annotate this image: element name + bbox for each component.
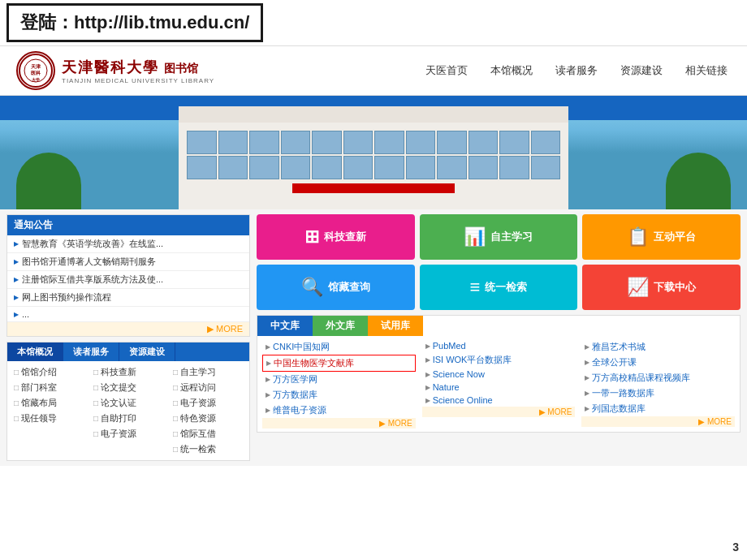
bl-item[interactable]: 科技查新 bbox=[90, 364, 166, 380]
icon-tile-下载中心[interactable]: 📈下载中心 bbox=[582, 265, 741, 310]
db-item[interactable]: CNKI中国知网 bbox=[262, 339, 416, 355]
tile-label: 自主学习 bbox=[490, 230, 533, 244]
db-item[interactable]: Nature bbox=[422, 381, 576, 394]
nav-item[interactable]: 本馆概况 bbox=[487, 62, 536, 80]
bl-item[interactable]: 馆际互借 bbox=[170, 426, 246, 442]
notice-header: 通知公告 bbox=[7, 215, 249, 235]
icon-grid: ⊞科技查新📊自主学习📋互动平台🔍馆藏查询≡统一检索📈下载中心 bbox=[257, 214, 741, 310]
building bbox=[179, 120, 568, 209]
db-more[interactable]: ▶ MORE bbox=[262, 418, 416, 429]
bl-item[interactable]: 自主学习 bbox=[170, 364, 246, 380]
db-more[interactable]: ▶ MORE bbox=[581, 416, 735, 427]
icon-tile-互动平台[interactable]: 📋互动平台 bbox=[582, 214, 741, 260]
db-item[interactable]: PubMed bbox=[422, 339, 576, 352]
header: 天津 医科 大学 天津醫科大學 图书馆 TIANJIN MEDICAL UNIV… bbox=[0, 45, 747, 96]
bottom-tab-1[interactable]: 读者服务 bbox=[63, 342, 119, 361]
logo-lib: 图书馆 bbox=[164, 62, 198, 76]
db-item[interactable]: 一带一路数据库 bbox=[581, 386, 735, 401]
tile-icon: 📈 bbox=[627, 277, 649, 298]
bl-item[interactable]: 论文提交 bbox=[90, 380, 166, 395]
logo-area: 天津 医科 大学 天津醫科大學 图书馆 TIANJIN MEDICAL UNIV… bbox=[16, 51, 214, 90]
db-more[interactable]: ▶ MORE bbox=[422, 407, 576, 417]
icon-tile-馆藏查询[interactable]: 🔍馆藏查询 bbox=[257, 265, 415, 310]
tile-icon: ≡ bbox=[470, 277, 481, 298]
page-number: 3 bbox=[732, 541, 739, 554]
bottom-tabs: 本馆概况读者服务资源建设 bbox=[7, 342, 249, 361]
notice-items: 智慧教育《英语学统改善》在线监...图书馆开通博著人文畅销期刊服务注册馆际互借共… bbox=[7, 235, 249, 322]
bottom-tab-2[interactable]: 资源建设 bbox=[119, 342, 175, 361]
red-banner bbox=[292, 183, 455, 193]
icon-tile-科技查新[interactable]: ⊞科技查新 bbox=[257, 214, 415, 260]
db-item[interactable]: Science Now bbox=[422, 368, 576, 381]
bottom-content: 馆馆介绍部门科室馆藏布局现任领导 科技查新论文提交论文认证自助打印电子资源 自主… bbox=[7, 361, 249, 460]
db-tabs: 中文库外文库试用库 bbox=[257, 316, 740, 336]
bl-col-1: 馆馆介绍部门科室馆藏布局现任领导 bbox=[11, 364, 87, 457]
trees-right bbox=[666, 153, 731, 209]
trees-left bbox=[16, 153, 81, 209]
notice-item[interactable]: 注册馆际互借共享版系统方法及使... bbox=[7, 271, 249, 289]
bottom-tab-0[interactable]: 本馆概况 bbox=[7, 342, 63, 361]
nav-item[interactable]: 相关链接 bbox=[682, 62, 731, 80]
nav-links: 天医首页本馆概况读者服务资源建设相关链接 bbox=[422, 62, 731, 80]
bl-item[interactable]: 馆藏布局 bbox=[11, 395, 87, 411]
bl-item[interactable]: 馆馆介绍 bbox=[11, 364, 87, 380]
db-item[interactable]: ISI WOK平台数据库 bbox=[422, 352, 576, 368]
bl-item[interactable]: 部门科室 bbox=[11, 380, 87, 395]
notice-item[interactable]: 网上图书预约操作流程 bbox=[7, 289, 249, 307]
db-col-shi: 雅昌艺术书城全球公开课万方高校精品课程视频库一带一路数据库列国志数据库▶ MOR… bbox=[581, 339, 735, 429]
bl-col-3: 自主学习远程访问电子资源特色资源馆际互借统一检索 bbox=[170, 364, 246, 457]
tile-icon: 📋 bbox=[627, 226, 649, 248]
db-item[interactable]: 万方医学网 bbox=[262, 372, 416, 387]
db-item[interactable]: 列国志数据库 bbox=[581, 401, 735, 416]
nav-item[interactable]: 资源建设 bbox=[617, 62, 666, 80]
db-item[interactable]: 雅昌艺术书城 bbox=[581, 339, 735, 355]
nav-item[interactable]: 天医首页 bbox=[422, 62, 471, 80]
bottom-left-section: 本馆概况读者服务资源建设 馆馆介绍部门科室馆藏布局现任领导 科技查新论文提交论文… bbox=[6, 342, 250, 461]
db-section: 中文库外文库试用库 CNKI中国知网中国生物医学文献库万方医学网万方数据库维普电… bbox=[257, 315, 741, 433]
svg-text:大学: 大学 bbox=[31, 77, 40, 82]
notice-title: 通知公告 bbox=[14, 219, 53, 230]
db-col-cn: CNKI中国知网中国生物医学文献库万方医学网万方数据库维普电子资源▶ MORE bbox=[262, 339, 416, 429]
top-banner: 登陆：http://lib.tmu.edu.cn/ bbox=[6, 3, 263, 42]
notice-item[interactable]: ... bbox=[7, 307, 249, 322]
tile-icon: 📊 bbox=[464, 226, 486, 248]
bl-item[interactable]: 自助打印 bbox=[90, 411, 166, 426]
bl-item[interactable]: 统一检索 bbox=[170, 442, 246, 457]
db-col-wai: PubMedISI WOK平台数据库Science NowNatureScien… bbox=[422, 339, 576, 429]
left-panel: 通知公告 智慧教育《英语学统改善》在线监...图书馆开通博著人文畅销期刊服务注册… bbox=[6, 214, 250, 461]
db-tab-2[interactable]: 试用库 bbox=[368, 316, 423, 336]
db-tab-0[interactable]: 中文库 bbox=[257, 316, 313, 336]
svg-text:医科: 医科 bbox=[31, 70, 41, 75]
svg-text:天津: 天津 bbox=[30, 63, 41, 69]
right-panel: ⊞科技查新📊自主学习📋互动平台🔍馆藏查询≡统一检索📈下载中心 中文库外文库试用库… bbox=[250, 214, 741, 461]
bl-item[interactable]: 现任领导 bbox=[11, 411, 87, 426]
icon-tile-自主学习[interactable]: 📊自主学习 bbox=[420, 214, 578, 260]
tile-icon: 🔍 bbox=[301, 277, 323, 298]
db-item[interactable]: 万方数据库 bbox=[262, 387, 416, 403]
tile-label: 科技查新 bbox=[324, 230, 366, 244]
notice-more[interactable]: ▶ MORE bbox=[7, 322, 249, 336]
bl-item[interactable]: 电子资源 bbox=[170, 395, 246, 411]
building-windows bbox=[187, 131, 560, 179]
notice-item[interactable]: 图书馆开通博著人文畅销期刊服务 bbox=[7, 253, 249, 271]
logo-english: TIANJIN MEDICAL UNIVERSITY LIBRARY bbox=[62, 77, 214, 84]
tile-label: 互动平台 bbox=[654, 230, 696, 244]
db-item[interactable]: 全球公开课 bbox=[581, 355, 735, 370]
db-item[interactable]: Science Online bbox=[422, 394, 576, 407]
bl-item[interactable]: 远程访问 bbox=[170, 380, 246, 395]
db-item[interactable]: 中国生物医学文献库 bbox=[262, 355, 416, 372]
db-item[interactable]: 维普电子资源 bbox=[262, 403, 416, 418]
nav-item[interactable]: 读者服务 bbox=[552, 62, 601, 80]
hero-image bbox=[0, 96, 747, 209]
logo-emblem: 天津 医科 大学 bbox=[16, 51, 55, 90]
banner-text: 登陆：http://lib.tmu.edu.cn/ bbox=[20, 12, 249, 32]
icon-tile-统一检索[interactable]: ≡统一检索 bbox=[420, 265, 578, 310]
db-tab-1[interactable]: 外文库 bbox=[313, 316, 368, 336]
bl-item[interactable]: 特色资源 bbox=[170, 411, 246, 426]
notice-item[interactable]: 智慧教育《英语学统改善》在线监... bbox=[7, 235, 249, 253]
db-item[interactable]: 万方高校精品课程视频库 bbox=[581, 370, 735, 386]
db-content: CNKI中国知网中国生物医学文献库万方医学网万方数据库维普电子资源▶ MORE … bbox=[257, 336, 740, 432]
bl-item[interactable]: 论文认证 bbox=[90, 395, 166, 411]
tile-label: 馆藏查询 bbox=[328, 280, 370, 295]
bl-item[interactable]: 电子资源 bbox=[90, 426, 166, 442]
